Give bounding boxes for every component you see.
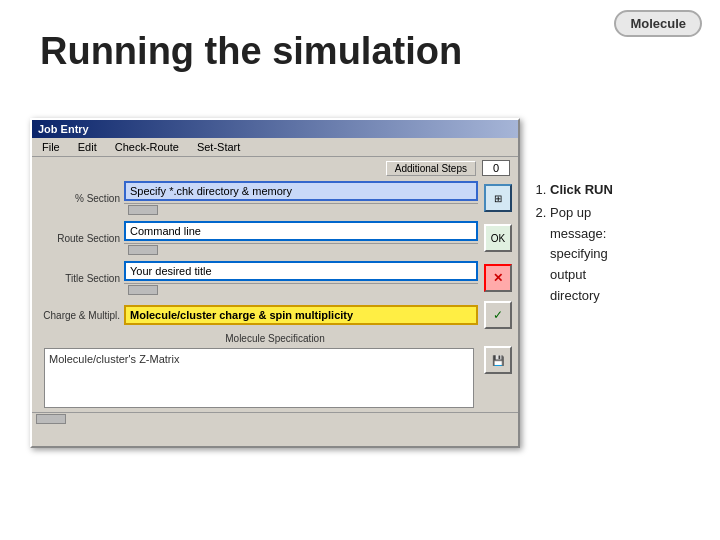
instructions-panel: Click RUN Pop upmessage:specifyingoutput… <box>532 180 702 309</box>
route-section-field[interactable]: Command line <box>124 221 478 241</box>
title-section-label: Title Section <box>38 273 120 284</box>
title-x-icon[interactable]: ✕ <box>484 264 512 292</box>
window-menubar: File Edit Check-Route Set-Start <box>32 138 518 157</box>
route-section-row: Route Section Command line OK <box>32 219 518 257</box>
instructions-list: Click RUN Pop upmessage:specifyingoutput… <box>532 180 702 307</box>
zmatrix-area[interactable]: Molecule/cluster's Z-Matrix <box>44 348 474 408</box>
charge-section-row: Charge & Multipl. Molecule/cluster charg… <box>32 299 518 331</box>
additional-steps-bar: Additional Steps 0 <box>32 157 518 179</box>
route-icon[interactable]: OK <box>484 224 512 252</box>
charge-section-field[interactable]: Molecule/cluster charge & spin multiplic… <box>124 305 478 325</box>
charge-check-icon[interactable]: ✓ <box>484 301 512 329</box>
percent-field-wrap: Specify *.chk directory & memory <box>124 181 478 215</box>
charge-section-label: Charge & Multipl. <box>38 310 120 321</box>
percent-section-row: % Section Specify *.chk directory & memo… <box>32 179 518 217</box>
bottom-scrollbar[interactable] <box>32 412 518 424</box>
molecule-badge: Molecule <box>614 10 702 37</box>
job-entry-window: Job Entry File Edit Check-Route Set-Star… <box>30 118 520 448</box>
title-field-wrap: Your desired title <box>124 261 478 295</box>
route-field-wrap: Command line <box>124 221 478 255</box>
window-title-text: Job Entry <box>38 123 89 135</box>
menu-check-route[interactable]: Check-Route <box>111 140 183 154</box>
instruction-2-popup: Pop upmessage:specifyingoutputdirectory <box>550 205 608 303</box>
menu-file[interactable]: File <box>38 140 64 154</box>
title-scrollbar[interactable] <box>124 283 478 295</box>
title-section-row: Title Section Your desired title ✕ <box>32 259 518 297</box>
instruction-1-run: Click RUN <box>550 182 613 197</box>
percent-section-field[interactable]: Specify *.chk directory & memory <box>124 181 478 201</box>
additional-steps-button[interactable]: Additional Steps <box>386 161 476 176</box>
steps-counter: 0 <box>482 160 510 176</box>
menu-set-start[interactable]: Set-Start <box>193 140 244 154</box>
zmatrix-disk-icon[interactable]: 💾 <box>484 346 512 374</box>
instruction-item-2: Pop upmessage:specifyingoutputdirectory <box>550 203 702 307</box>
menu-edit[interactable]: Edit <box>74 140 101 154</box>
mol-spec-label: Molecule Specification <box>32 333 518 344</box>
window-titlebar: Job Entry <box>32 120 518 138</box>
title-section-field[interactable]: Your desired title <box>124 261 478 281</box>
route-scrollbar[interactable] <box>124 243 478 255</box>
percent-scrollbar[interactable] <box>124 203 478 215</box>
charge-field-wrap: Molecule/cluster charge & spin multiplic… <box>124 305 478 325</box>
route-section-label: Route Section <box>38 233 120 244</box>
page-title: Running the simulation <box>40 30 462 73</box>
instruction-item-1: Click RUN <box>550 180 702 201</box>
percent-run-icon[interactable]: ⊞ <box>484 184 512 212</box>
percent-section-label: % Section <box>38 193 120 204</box>
